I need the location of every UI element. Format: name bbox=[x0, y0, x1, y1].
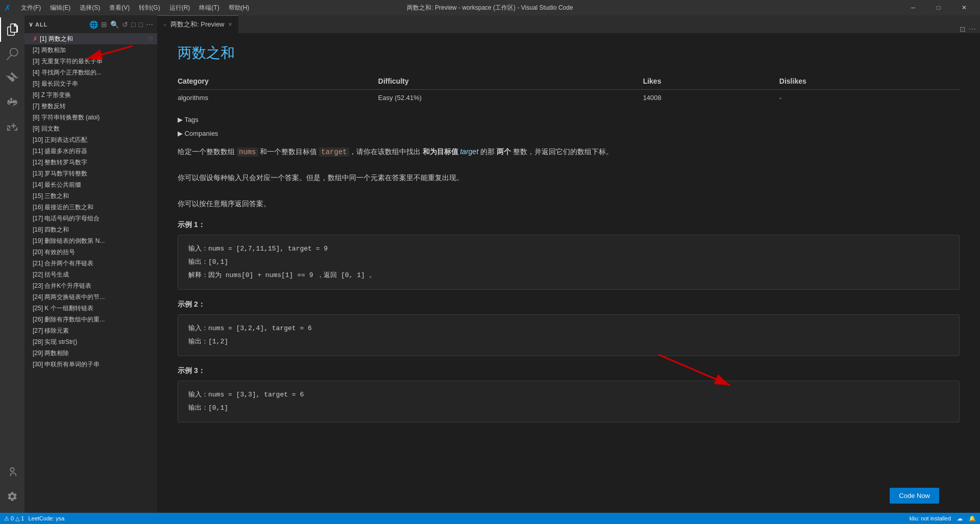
search-icon[interactable]: 🔍 bbox=[110, 20, 119, 29]
example1-block: 输入：nums = [2,7,11,15], target = 9 输出：[0,… bbox=[178, 235, 960, 290]
example1-input: 输入：nums = [2,7,11,15], target = 9 bbox=[188, 242, 949, 256]
menu-file[interactable]: 文件(F) bbox=[17, 3, 45, 13]
list-item[interactable]: [7] 整数反转 bbox=[24, 101, 157, 112]
activity-explorer[interactable] bbox=[0, 17, 24, 42]
menu-goto[interactable]: 转到(G) bbox=[135, 3, 164, 13]
list-item[interactable]: [2] 两数相加 bbox=[24, 44, 157, 56]
list-item[interactable]: [9] 回文数 bbox=[24, 123, 157, 134]
more-actions-icon[interactable]: ⋯ bbox=[969, 25, 976, 33]
list-item[interactable]: [18] 四数之和 bbox=[24, 224, 157, 235]
list-item-label: [1] 两数之和 bbox=[40, 35, 73, 43]
menu-help[interactable]: 帮助(H) bbox=[225, 3, 254, 13]
list-item[interactable]: [11] 盛最多水的容器 bbox=[24, 145, 157, 157]
close-button[interactable]: ✕ bbox=[952, 0, 976, 15]
grid-icon[interactable]: ⊞ bbox=[101, 20, 107, 29]
list-item-label: [23] 合并K个升序链表 bbox=[33, 282, 91, 290]
tags-toggle[interactable]: ▶ Tags bbox=[178, 116, 960, 123]
list-item-label: [26] 删除有序数组中的重... bbox=[33, 315, 105, 324]
heart-icon[interactable]: ♡ bbox=[148, 36, 153, 42]
list-item[interactable]: [19] 删除链表的倒数第 N... bbox=[24, 235, 157, 246]
menu-terminal[interactable]: 终端(T) bbox=[195, 3, 223, 13]
example3-input: 输入：nums = [3,3], target = 6 bbox=[188, 388, 949, 402]
bold-text: 和为目标值 bbox=[423, 147, 458, 156]
tab-close-icon[interactable]: × bbox=[229, 21, 232, 28]
list-item-label: [16] 最接近的三数之和 bbox=[33, 203, 93, 212]
globe-icon[interactable]: 🌐 bbox=[89, 20, 98, 29]
close-icon[interactable]: ✗ bbox=[33, 35, 38, 42]
dislikes-value: - bbox=[779, 90, 960, 106]
menu-edit[interactable]: 编辑(E) bbox=[46, 3, 75, 13]
list-item[interactable]: [26] 删除有序数组中的重... bbox=[24, 314, 157, 325]
list-item[interactable]: [28] 实现 strStr() bbox=[24, 336, 157, 347]
activity-search[interactable] bbox=[0, 42, 24, 66]
sidebar-section-title: All bbox=[35, 21, 47, 28]
split-editor-icon[interactable]: ⊡ bbox=[960, 25, 966, 33]
list-item[interactable]: [15] 三数之和 bbox=[24, 190, 157, 202]
list-item-label: [6] Z 字形变换 bbox=[33, 91, 71, 99]
editor-content: 两数之和 Category Difficulty Likes Dislikes … bbox=[157, 33, 980, 513]
error-warning-count[interactable]: ⚠ 0 △ 1 bbox=[4, 515, 24, 522]
editor-tab[interactable]: ○ 两数之和: Preview × bbox=[157, 15, 238, 33]
list-item[interactable]: [16] 最接近的三数之和 bbox=[24, 202, 157, 213]
notification-icon[interactable]: 🔔 bbox=[969, 515, 976, 522]
list-item[interactable]: [24] 两两交换链表中的节... bbox=[24, 291, 157, 303]
list-item[interactable]: [17] 电话号码的字母组合 bbox=[24, 213, 157, 224]
minimize-button[interactable]: ─ bbox=[901, 0, 925, 15]
new-file-icon[interactable]: □ bbox=[131, 20, 135, 29]
activity-extensions[interactable] bbox=[0, 115, 24, 140]
list-item[interactable]: [10] 正则表达式匹配 bbox=[24, 134, 157, 145]
list-item[interactable]: [23] 合并K个升序链表 bbox=[24, 280, 157, 291]
list-item[interactable]: [13] 罗马数字转整数 bbox=[24, 168, 157, 179]
likes-value: 14008 bbox=[643, 90, 779, 106]
titlebar-title: 两数之和: Preview - workspace (工作区) - Visual… bbox=[407, 4, 573, 12]
sidebar-toolbar: 🌐 ⊞ 🔍 ↺ □ □ ⋯ bbox=[89, 20, 153, 29]
tags-section: ▶ Tags bbox=[178, 116, 960, 123]
list-item[interactable]: [30] 申联所有单词的子串 bbox=[24, 359, 157, 370]
list-item-label: [19] 删除链表的倒数第 N... bbox=[33, 237, 105, 245]
list-item[interactable]: [25] K 个一组翻转链表 bbox=[24, 303, 157, 314]
companies-toggle[interactable]: ▶ Companies bbox=[178, 130, 960, 137]
list-item-label: [2] 两数相加 bbox=[33, 46, 66, 55]
activity-git[interactable] bbox=[0, 66, 24, 91]
leetcode-user[interactable]: LeetCode: ysa bbox=[28, 515, 64, 521]
sidebar-expand-icon[interactable]: ∨ bbox=[29, 21, 33, 28]
maximize-button[interactable]: □ bbox=[927, 0, 950, 15]
problem-description: 给定一个整数数组 nums 和一个整数目标值 target，请你在该数组中找出 … bbox=[178, 145, 960, 210]
sync-icon[interactable]: ☁ bbox=[957, 515, 963, 522]
collapse-icon[interactable]: □ bbox=[139, 20, 143, 29]
list-item[interactable]: [8] 字符串转换整数 (atoi) bbox=[24, 112, 157, 123]
example2-block: 输入：nums = [3,2,4], target = 6 输出：[1,2] bbox=[178, 314, 960, 356]
menu-view[interactable]: 查看(V) bbox=[105, 3, 134, 13]
list-item[interactable]: [6] Z 字形变换 bbox=[24, 89, 157, 101]
list-item[interactable]: [4] 寻找两个正序数组的... bbox=[24, 67, 157, 78]
activity-debug[interactable] bbox=[0, 91, 24, 115]
example1-title: 示例 1： bbox=[178, 220, 960, 230]
list-item[interactable]: [5] 最长回文子串 bbox=[24, 78, 157, 89]
list-item[interactable]: [14] 最长公共前缀 bbox=[24, 179, 157, 190]
difficulty-header: Difficulty bbox=[378, 73, 643, 90]
list-item[interactable]: [12] 整数转罗马数字 bbox=[24, 157, 157, 168]
list-item[interactable]: [27] 移除元素 bbox=[24, 325, 157, 336]
extension-status[interactable]: kliu: not installed bbox=[910, 515, 951, 521]
tab-label: 两数之和: Preview bbox=[170, 20, 224, 29]
activity-settings[interactable] bbox=[0, 484, 24, 509]
menu-select[interactable]: 选择(S) bbox=[76, 3, 104, 13]
menu-run[interactable]: 运行(R) bbox=[165, 3, 194, 13]
list-item[interactable]: ✗ [1] 两数之和 ♡ bbox=[24, 33, 157, 44]
status-bar: ⚠ 0 △ 1 LeetCode: ysa kliu: not installe… bbox=[0, 513, 980, 524]
list-item[interactable]: [22] 括号生成 bbox=[24, 269, 157, 280]
list-item[interactable]: [29] 两数相除 bbox=[24, 347, 157, 359]
refresh-icon[interactable]: ↺ bbox=[122, 20, 128, 29]
problem-list: ✗ [1] 两数之和 ♡ [2] 两数相加 [3] 无重复字符的最长子串 [4]… bbox=[24, 33, 157, 513]
list-item-label: [4] 寻找两个正序数组的... bbox=[33, 68, 102, 77]
list-item[interactable]: [21] 合并两个有序链表 bbox=[24, 258, 157, 269]
list-item[interactable]: [3] 无重复字符的最长子串 bbox=[24, 56, 157, 67]
dislikes-header: Dislikes bbox=[779, 73, 960, 90]
activity-account[interactable] bbox=[0, 460, 24, 484]
list-item-label: [21] 合并两个有序链表 bbox=[33, 259, 93, 268]
more-icon[interactable]: ⋯ bbox=[146, 20, 153, 29]
italic-text: target bbox=[460, 147, 478, 156]
list-item[interactable]: [20] 有效的括号 bbox=[24, 246, 157, 258]
code-now-button[interactable]: Code Now bbox=[890, 488, 939, 504]
list-item-label: [24] 两两交换链表中的节... bbox=[33, 293, 105, 302]
